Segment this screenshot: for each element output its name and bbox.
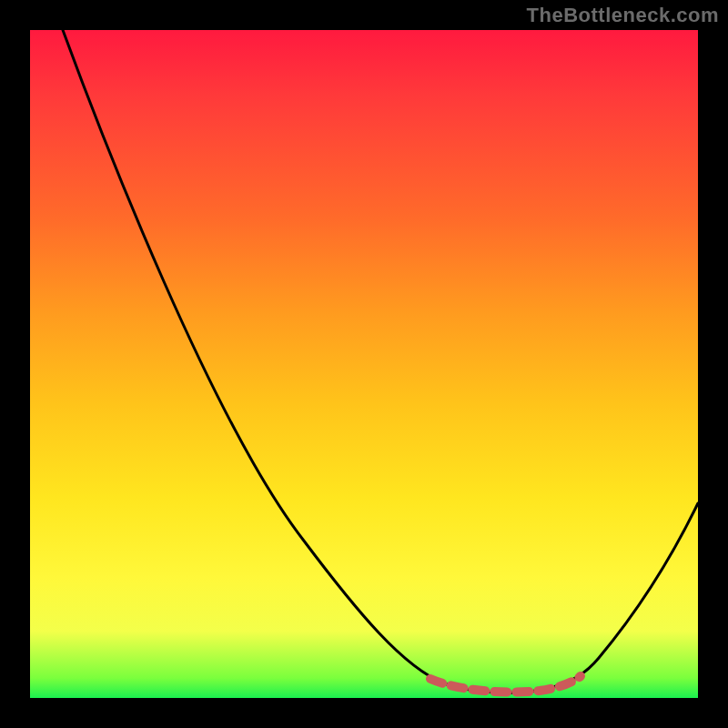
chart-frame: TheBottleneck.com: [0, 0, 728, 728]
bottleneck-curve-path: [63, 30, 698, 693]
highlighted-minimum-path: [430, 676, 581, 692]
curve-svg: [30, 30, 698, 698]
plot-area: [30, 30, 698, 698]
watermark-text: TheBottleneck.com: [527, 4, 719, 27]
